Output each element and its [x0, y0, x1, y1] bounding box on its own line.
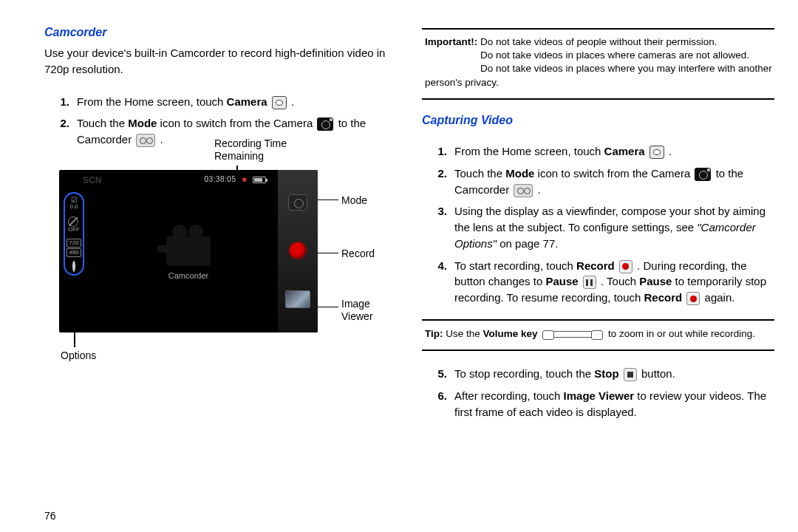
stop-icon [624, 368, 637, 381]
callout-record: Record [341, 246, 375, 261]
heading-camcorder: Camcorder [44, 24, 398, 41]
callout-options: Options [61, 348, 96, 363]
right-column: Important!: Do not take videos of people… [412, 21, 779, 525]
camcorder-icon [136, 134, 155, 147]
pause-icon [583, 276, 596, 289]
center-label: Camcorder [168, 270, 208, 282]
page-number: 76 [44, 508, 56, 523]
camcorder-screenshot: Recording Time Remaining SCN 03:38:05 ■ … [44, 170, 347, 332]
callout-recording-time: Recording Time Remaining [214, 137, 287, 163]
callout-mode: Mode [341, 193, 367, 208]
record-icon [686, 292, 700, 305]
status-bar: 03:38:05 ■ [205, 174, 266, 185]
camera-icon [272, 96, 287, 109]
mode-button [288, 194, 307, 211]
r-step-5: 5. To stop recording, touch the Stop but… [437, 366, 774, 382]
viewfinder: SCN 03:38:05 ■ ☑ 0.0 OFF 720 480 [59, 170, 318, 332]
rule [422, 28, 774, 30]
tip-note: Tip: Use the Volume key to zoom in or ou… [422, 325, 774, 343]
record-icon [619, 260, 632, 273]
image-viewer-thumb [285, 290, 310, 308]
battery-icon [253, 177, 266, 183]
rule [422, 349, 774, 351]
rule [422, 98, 774, 100]
heading-capturing-video: Capturing Video [422, 112, 774, 129]
step-1: 1. From the Home screen, touch Camera . [59, 94, 398, 110]
step-number: 2. [59, 115, 77, 148]
r-step-3: 3. Using the display as a viewfinder, co… [437, 203, 774, 251]
r-step-1: 1. From the Home screen, touch Camera . [437, 143, 774, 160]
camcorder-icon [514, 184, 533, 197]
step-number: 1. [59, 94, 77, 110]
scn-label: SCN [83, 174, 101, 187]
manual-page: Camcorder Use your device's built-in Cam… [0, 0, 798, 532]
right-steps: 1. From the Home screen, touch Camera . … [437, 137, 774, 312]
options-rail: ☑ 0.0 OFF 720 480 [64, 192, 84, 276]
step-body: From the Home screen, touch Camera . [77, 94, 398, 110]
record-button [290, 242, 306, 259]
camcorder-center-icon [162, 229, 215, 270]
camera-dark-icon [695, 168, 711, 181]
right-steps-cont: 5. To stop recording, touch the Stop but… [437, 360, 774, 426]
r-step-4: 4. To start recording, touch Record . Du… [437, 258, 774, 306]
resolution-option: 720 480 [66, 239, 81, 257]
camera-dark-icon [317, 117, 333, 131]
callout-image-viewer: Image Viewer [341, 298, 373, 323]
r-step-6: 6. After recording, touch Image Viewer t… [437, 388, 774, 420]
flash-option: OFF [68, 216, 80, 233]
r-step-2: 2. Touch the Mode icon to switch from th… [437, 166, 774, 198]
rule [422, 319, 774, 321]
volume-key-icon [543, 331, 602, 338]
camera-icon [649, 146, 664, 159]
important-note: Important!: Do not take videos of people… [422, 34, 774, 91]
right-rail [278, 170, 318, 332]
timecode: 03:38:05 [205, 174, 236, 185]
ev-option: ☑ 0.0 [69, 197, 78, 211]
intro-text: Use your device's built-in Camcorder to … [44, 45, 398, 78]
left-column: Camcorder Use your device's built-in Cam… [44, 21, 412, 525]
settings-gear-icon [72, 263, 75, 271]
